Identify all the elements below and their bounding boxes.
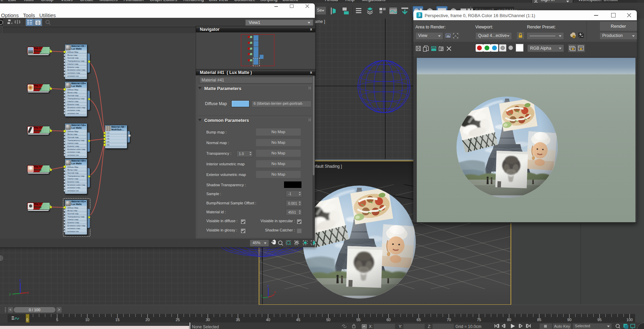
svg-text:100: 100 bbox=[627, 318, 633, 322]
svg-text:20: 20 bbox=[145, 318, 150, 322]
svg-text:35: 35 bbox=[236, 318, 240, 322]
svg-text:z: z bbox=[267, 284, 269, 287]
svg-text:60: 60 bbox=[386, 318, 390, 322]
svg-text:15: 15 bbox=[115, 318, 119, 322]
svg-text:50: 50 bbox=[326, 318, 330, 322]
svg-text:65: 65 bbox=[417, 318, 421, 322]
svg-text:45: 45 bbox=[296, 318, 300, 322]
svg-text:25: 25 bbox=[176, 318, 180, 322]
svg-text:70: 70 bbox=[447, 318, 451, 322]
svg-text:40: 40 bbox=[266, 318, 270, 322]
svg-text:x: x bbox=[274, 290, 276, 294]
svg-text:75: 75 bbox=[477, 318, 481, 322]
svg-text:30: 30 bbox=[206, 318, 210, 322]
svg-text:10: 10 bbox=[85, 318, 89, 322]
svg-text:y: y bbox=[261, 294, 262, 297]
svg-text:z: z bbox=[19, 278, 21, 282]
svg-text:55: 55 bbox=[356, 318, 360, 322]
svg-text:85: 85 bbox=[537, 318, 541, 322]
svg-text:95: 95 bbox=[597, 318, 602, 322]
svg-text:5: 5 bbox=[56, 318, 58, 322]
svg-text:90: 90 bbox=[567, 318, 571, 322]
svg-text:y: y bbox=[9, 292, 11, 296]
svg-text:80: 80 bbox=[507, 318, 511, 322]
svg-text:x: x bbox=[27, 291, 29, 294]
svg-text:A: A bbox=[454, 34, 456, 38]
